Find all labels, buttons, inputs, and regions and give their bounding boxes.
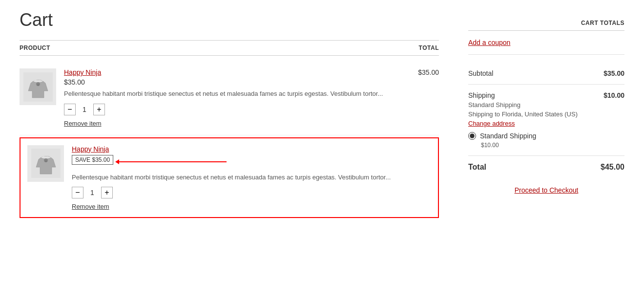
total-value: $45.00 [601, 163, 624, 172]
subtotal-value: $35.00 [603, 69, 624, 77]
shipping-options: Standard Shipping $10.00 [468, 132, 578, 149]
item-2-name[interactable]: Happy Ninja [72, 145, 431, 153]
item-2-qty-increase[interactable]: + [101, 187, 113, 198]
page-container: Cart PRODUCT TOTAL ψ Happy Ninja $35.00 [0, 0, 644, 230]
total-label: Total [468, 163, 486, 172]
cart-item-1: ψ Happy Ninja $35.00 Pellentesque habita… [20, 61, 439, 135]
cart-section: Cart PRODUCT TOTAL ψ Happy Ninja $35.00 [20, 10, 439, 220]
arrow-line [119, 161, 227, 162]
subtotal-label: Subtotal [468, 69, 493, 77]
total-col-header: TOTAL [419, 44, 439, 51]
shipping-label: Shipping [468, 91, 495, 99]
checkout-btn-container: Proceed to Checkout [468, 186, 624, 194]
shipping-option-standard: Standard Shipping [468, 132, 578, 140]
item-1-qty-value: 1 [80, 106, 89, 113]
item-1-total: $35.00 [408, 68, 439, 76]
shipping-value: $10.00 [603, 91, 624, 99]
shipping-option-name: Standard Shipping [480, 132, 536, 140]
proceed-to-checkout-button[interactable]: Proceed to Checkout [515, 186, 579, 194]
cart-item-2: ψ Happy Ninja SAVE $35.00 Pellentesque h… [20, 137, 439, 219]
item-1-qty-decrease[interactable]: − [64, 104, 76, 115]
item-2-save-arrow-container: SAVE $35.00 [72, 155, 431, 169]
item-2-details: Happy Ninja SAVE $35.00 Pellentesque hab… [72, 145, 431, 211]
item-2-description: Pellentesque habitant morbi tristique se… [72, 173, 431, 182]
item-1-qty-control: − 1 + [64, 104, 408, 115]
page-title: Cart [20, 10, 439, 30]
shipping-type: Standard Shipping [468, 101, 578, 109]
hoodie-icon-2: ψ [31, 149, 61, 178]
item-2-qty-control: − 1 + [72, 187, 431, 198]
item-2-save-badge: SAVE $35.00 [72, 155, 113, 165]
arrow-head [115, 159, 119, 164]
hoodie-icon-1: ψ [23, 72, 53, 102]
item-2-qty-decrease[interactable]: − [72, 187, 83, 198]
add-coupon-link[interactable]: Add a coupon [468, 39, 624, 55]
cart-table-header: PRODUCT TOTAL [20, 40, 439, 56]
change-address-link[interactable]: Change address [468, 120, 578, 127]
shipping-destination: Shipping to Florida, United States (US) [468, 110, 578, 118]
product-col-header: PRODUCT [20, 44, 50, 51]
shipping-left: Shipping Standard Shipping Shipping to F… [468, 91, 578, 149]
item-1-name[interactable]: Happy Ninja [64, 68, 408, 76]
item-1-image: ψ [20, 68, 56, 105]
cart-totals-sidebar: CART TOTALS Add a coupon Subtotal $35.00… [468, 10, 624, 220]
item-2-remove-button[interactable]: Remove item [72, 203, 109, 210]
subtotal-row: Subtotal $35.00 [468, 63, 624, 85]
item-1-details: Happy Ninja $35.00 Pellentesque habitant… [64, 68, 408, 127]
item-2-image: ψ [27, 145, 64, 182]
item-1-remove-button[interactable]: Remove item [64, 120, 102, 127]
shipping-row: Shipping Standard Shipping Shipping to F… [468, 85, 624, 156]
arrow-indicator [119, 161, 227, 162]
item-1-price: $35.00 [64, 78, 408, 86]
shipping-right: $10.00 [603, 91, 624, 99]
item-2-qty-value: 1 [87, 189, 97, 197]
shipping-radio-standard[interactable] [468, 132, 476, 140]
svg-text:ψ: ψ [37, 83, 39, 86]
shipping-option-price: $10.00 [481, 142, 578, 149]
svg-text:ψ: ψ [45, 159, 47, 162]
cart-totals-header: CART TOTALS [468, 20, 624, 31]
item-1-qty-increase[interactable]: + [93, 104, 105, 115]
item-1-description: Pellentesque habitant morbi tristique se… [64, 89, 408, 99]
total-row: Total $45.00 [468, 156, 624, 181]
